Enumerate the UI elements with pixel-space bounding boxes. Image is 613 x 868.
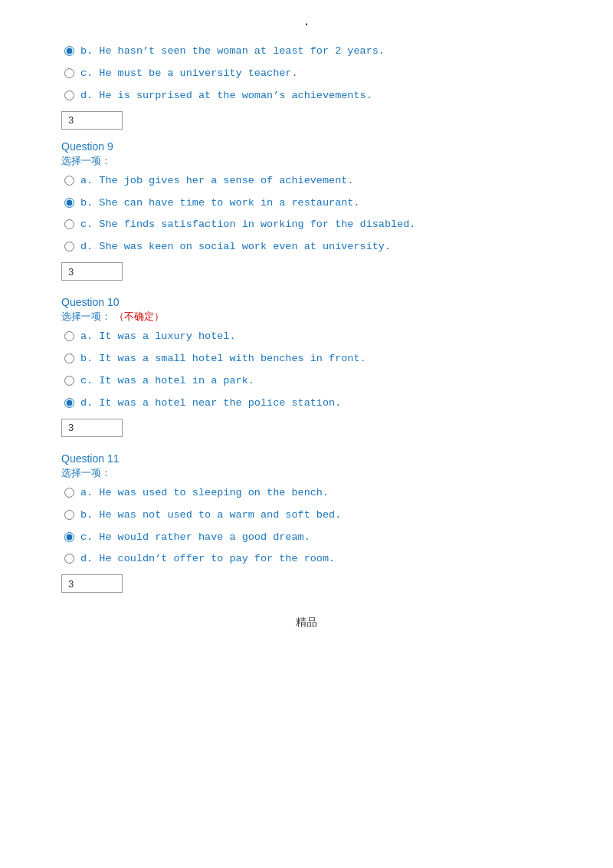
question-10-title: Question 10 xyxy=(61,296,552,308)
question-10-block: Question 10 选择一项： （不确定） a. It was a luxu… xyxy=(61,296,552,437)
question-11-block: Question 11 选择一项： a. He was used to slee… xyxy=(61,452,552,593)
q11-option-a[interactable]: a. He was used to sleeping on the bench. xyxy=(61,486,552,501)
top-option-d[interactable]: d. He is surprised at the woman’s achiev… xyxy=(61,89,552,104)
q9-option-b[interactable]: b. She can have time to work in a restau… xyxy=(61,196,552,211)
question-10-subtitle: 选择一项： （不确定） xyxy=(61,310,552,324)
question-9-title: Question 9 xyxy=(61,140,552,153)
q9-option-a[interactable]: a. The job gives her a sense of achievem… xyxy=(61,174,552,189)
q10-option-d[interactable]: d. It was a hotel near the police statio… xyxy=(61,396,552,411)
q11-option-b[interactable]: b. He was not used to a warm and soft be… xyxy=(61,508,552,523)
uncertain-label: （不确定） xyxy=(114,311,164,322)
q10-option-c[interactable]: c. It was a hotel in a park. xyxy=(61,374,552,389)
question-11-title: Question 11 xyxy=(61,452,552,465)
top-partial-options: b. He hasn’t seen the woman at least for… xyxy=(61,44,552,130)
top-option-c[interactable]: c. He must be a university teacher. xyxy=(61,67,552,81)
q10-score-box: 3 xyxy=(61,419,123,437)
question-9-subtitle: 选择一项： xyxy=(61,154,552,168)
q11-score-box: 3 xyxy=(61,574,123,593)
q9-option-d[interactable]: d. She was keen on social work even at u… xyxy=(61,240,552,255)
q9-score-box: 3 xyxy=(61,262,123,281)
question-11-subtitle: 选择一项： xyxy=(61,466,552,480)
q10-option-b[interactable]: b. It was a small hotel with benches in … xyxy=(61,352,552,367)
q10-option-a[interactable]: a. It was a luxury hotel. xyxy=(61,330,552,344)
page-dot: . xyxy=(61,15,552,29)
page-footer: 精品 xyxy=(61,616,552,630)
top-score-box: 3 xyxy=(61,111,123,130)
q9-option-c[interactable]: c. She finds satisfaction in working for… xyxy=(61,218,552,232)
top-option-b[interactable]: b. He hasn’t seen the woman at least for… xyxy=(61,44,552,59)
question-9-block: Question 9 选择一项： a. The job gives her a … xyxy=(61,140,552,281)
q11-option-d[interactable]: d. He couldn’t offer to pay for the room… xyxy=(61,552,552,567)
q11-option-c[interactable]: c. He would rather have a good dream. xyxy=(61,531,552,545)
